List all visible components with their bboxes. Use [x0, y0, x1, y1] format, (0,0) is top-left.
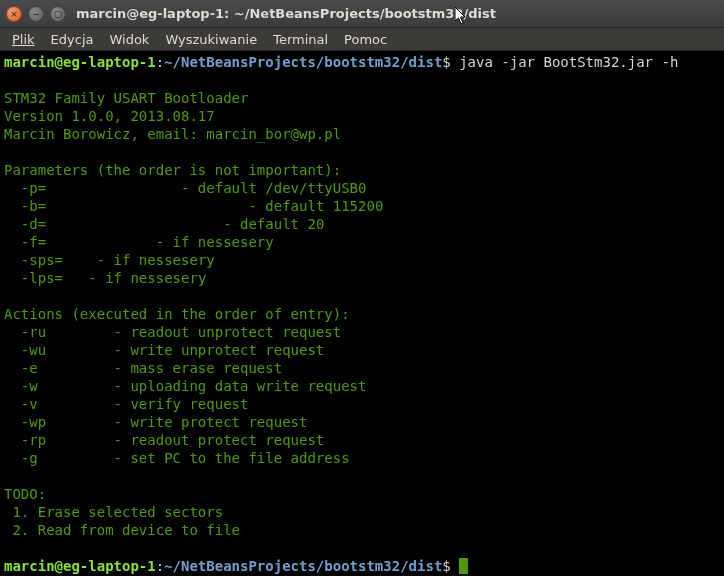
prompt-user: marcin@eg-laptop-1	[4, 558, 156, 574]
terminal-output-line: TODO:	[4, 485, 720, 503]
minimize-icon[interactable]: −	[28, 6, 44, 22]
close-icon[interactable]: ×	[6, 6, 22, 22]
terminal-output-line: STM32 Family USART Bootloader	[4, 89, 720, 107]
terminal-output-line: 2. Read from device to file	[4, 521, 720, 539]
terminal-output-line: Marcin Borowicz, email: marcin_bor@wp.pl	[4, 125, 720, 143]
terminal-output-line	[4, 143, 720, 161]
terminal-output-line: Version 1.0.0, 2013.08.17	[4, 107, 720, 125]
menu-terminal[interactable]: Terminal	[265, 30, 336, 49]
prompt-sym: $	[442, 558, 459, 574]
menubar: Plik Edycja Widok Wyszukiwanie Terminal …	[0, 28, 724, 51]
terminal-output-line	[4, 539, 720, 557]
cursor-block	[459, 558, 468, 574]
terminal-output-line: Actions (executed in the order of entry)…	[4, 305, 720, 323]
window-controls: × − ▢	[6, 6, 66, 22]
terminal-output-line: 1. Erase selected sectors	[4, 503, 720, 521]
prompt-path: ~/NetBeansProjects/bootstm32/dist	[164, 558, 442, 574]
terminal-output-line: -e - mass erase request	[4, 359, 720, 377]
window-titlebar: × − ▢ marcin@eg-laptop-1: ~/NetBeansProj…	[0, 0, 724, 28]
prompt-sep: :	[156, 558, 164, 574]
terminal-output-line: -v - verify request	[4, 395, 720, 413]
menu-plik[interactable]: Plik	[4, 30, 43, 49]
terminal-output-line: -lps= - if nessesery	[4, 269, 720, 287]
terminal-output-line: -wu - write unprotect request	[4, 341, 720, 359]
menu-edycja[interactable]: Edycja	[43, 30, 102, 49]
terminal-output-line: -wp - write protect request	[4, 413, 720, 431]
menu-pomoc[interactable]: Pomoc	[336, 30, 395, 49]
terminal-output-line	[4, 287, 720, 305]
command-text: java -jar BootStm32.jar -h	[459, 54, 678, 70]
terminal-output-line: -w - uploading data write request	[4, 377, 720, 395]
terminal-output-line: -rp - readout protect request	[4, 431, 720, 449]
menu-wyszukiwanie[interactable]: Wyszukiwanie	[157, 30, 265, 49]
prompt-sep: :	[156, 54, 164, 70]
terminal-line: marcin@eg-laptop-1:~/NetBeansProjects/bo…	[4, 53, 720, 71]
terminal-output-line: -p= - default /dev/ttyUSB0	[4, 179, 720, 197]
terminal-output-line: -sps= - if nessesery	[4, 251, 720, 269]
maximize-icon[interactable]: ▢	[50, 6, 66, 22]
terminal-output-line: -d= - default 20	[4, 215, 720, 233]
terminal-output-line	[4, 467, 720, 485]
terminal-output-line: -f= - if nessesery	[4, 233, 720, 251]
terminal-output-line	[4, 71, 720, 89]
terminal-output-line: Parameters (the order is not important):	[4, 161, 720, 179]
terminal-output-line: -ru - readout unprotect request	[4, 323, 720, 341]
prompt-user: marcin@eg-laptop-1	[4, 54, 156, 70]
menu-widok[interactable]: Widok	[101, 30, 157, 49]
terminal-line: marcin@eg-laptop-1:~/NetBeansProjects/bo…	[4, 557, 720, 575]
terminal-output-line: -g - set PC to the file address	[4, 449, 720, 467]
prompt-path: ~/NetBeansProjects/bootstm32/dist	[164, 54, 442, 70]
prompt-sym: $	[442, 54, 459, 70]
window-title: marcin@eg-laptop-1: ~/NetBeansProjects/b…	[76, 6, 496, 21]
terminal-viewport[interactable]: marcin@eg-laptop-1:~/NetBeansProjects/bo…	[0, 51, 724, 576]
terminal-output-line: -b= - default 115200	[4, 197, 720, 215]
